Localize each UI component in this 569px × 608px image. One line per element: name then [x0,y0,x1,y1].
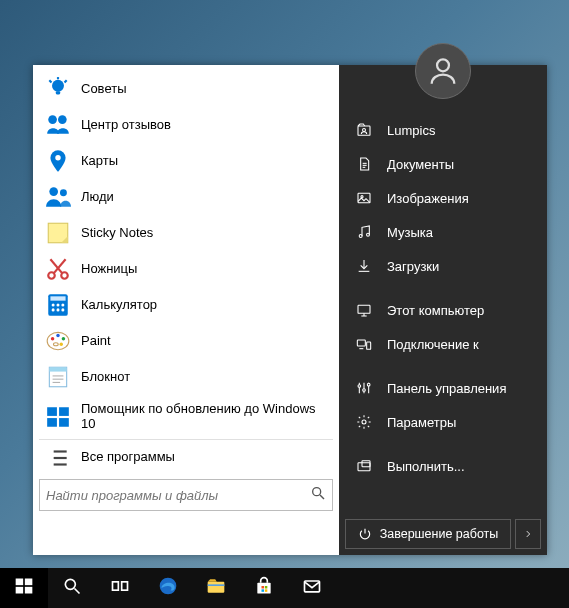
svg-rect-74 [16,579,24,586]
right-item-control-panel[interactable]: Панель управления [343,371,543,405]
right-label: Параметры [387,415,456,430]
svg-point-7 [55,155,60,160]
svg-point-5 [48,115,57,124]
search-input[interactable] [46,488,310,503]
svg-point-6 [58,115,67,124]
all-programs-row[interactable]: Все программы [39,439,333,475]
svg-rect-87 [265,586,268,589]
right-item-user-folder[interactable]: Lumpics [343,113,543,147]
app-snip[interactable]: Ножницы [39,251,333,287]
taskbar-store-button[interactable] [240,568,288,608]
right-item-settings[interactable]: Параметры [343,405,543,439]
power-icon [358,527,372,541]
right-item-documents[interactable]: Документы [343,147,543,181]
shutdown-options-button[interactable] [515,519,541,549]
svg-rect-35 [47,407,57,416]
svg-rect-73 [362,461,370,467]
taskbar-mail-button[interactable] [288,568,336,608]
app-feedback[interactable]: Центр отзывов [39,107,333,143]
search-icon [310,485,326,505]
svg-rect-37 [47,418,57,427]
right-label: Панель управления [387,381,506,396]
taskbar-start-button[interactable] [0,568,48,608]
start-right-panel: LumpicsДокументыИзображенияМузыкаЗагрузк… [339,65,547,555]
downloads-icon [353,258,375,274]
svg-rect-38 [59,418,69,427]
svg-rect-59 [358,305,370,313]
music-icon [353,224,375,240]
settings-icon [353,414,375,430]
maps-icon [45,148,71,174]
right-label: Lumpics [387,123,435,138]
gap [343,439,543,449]
user-avatar[interactable] [415,43,471,99]
svg-rect-48 [358,126,370,135]
snip-icon [45,256,71,282]
app-lightbulb[interactable]: Советы [39,71,333,107]
svg-point-27 [62,337,65,340]
lightbulb-icon [45,76,71,102]
taskbar-edge-button[interactable] [144,568,192,608]
svg-point-56 [367,233,370,236]
app-label: Люди [81,190,114,205]
svg-rect-62 [357,340,365,346]
app-label: Paint [81,334,111,349]
user-folder-icon [353,122,375,138]
search-icon [62,576,82,600]
app-notepad[interactable]: Блокнот [39,359,333,395]
app-calc[interactable]: Калькулятор [39,287,333,323]
control-panel-icon [353,380,375,396]
right-item-music[interactable]: Музыка [343,215,543,249]
right-item-computer[interactable]: Этот компьютер [343,293,543,327]
svg-point-28 [60,343,63,346]
app-label: Советы [81,82,126,97]
svg-point-26 [56,334,59,337]
svg-rect-63 [367,342,371,349]
svg-rect-83 [208,582,225,593]
right-item-run[interactable]: Выполнить... [343,449,543,483]
shutdown-button[interactable]: Завершение работы [345,519,511,549]
right-item-connect[interactable]: Подключение к [343,327,543,361]
app-maps[interactable]: Карты [39,143,333,179]
app-label: Калькулятор [81,298,157,313]
svg-point-23 [61,308,64,311]
taskbar-search-button[interactable] [48,568,96,608]
right-label: Этот компьютер [387,303,484,318]
svg-rect-75 [25,579,33,586]
feedback-icon [45,112,71,138]
right-item-downloads[interactable]: Загрузки [343,249,543,283]
search-box[interactable] [39,479,333,511]
app-people[interactable]: Люди [39,179,333,215]
svg-rect-77 [25,587,33,594]
app-label: Блокнот [81,370,130,385]
right-label: Изображения [387,191,469,206]
taskbar-task-view-button[interactable] [96,568,144,608]
right-label: Загрузки [387,259,439,274]
right-item-pictures[interactable]: Изображения [343,181,543,215]
app-sticky[interactable]: Sticky Notes [39,215,333,251]
paint-icon [45,328,71,354]
edge-icon [158,576,178,600]
shutdown-label: Завершение работы [380,527,499,541]
taskbar-explorer-button[interactable] [192,568,240,608]
taskbar [0,568,569,608]
svg-point-45 [313,488,321,496]
app-update[interactable]: Помощник по обновлению до Windows 10 [39,395,333,439]
app-paint[interactable]: Paint [39,323,333,359]
people-icon [45,184,71,210]
svg-point-18 [52,303,55,306]
right-label: Подключение к [387,337,479,352]
svg-point-49 [363,129,366,132]
svg-rect-80 [113,582,119,590]
svg-rect-89 [265,589,268,592]
svg-rect-88 [262,589,265,592]
svg-point-9 [60,189,67,196]
calc-icon [45,292,71,318]
chevron-right-icon [523,529,533,539]
win-icon [14,576,34,600]
notepad-icon [45,364,71,390]
svg-point-55 [359,235,362,238]
svg-rect-81 [122,582,128,590]
svg-point-19 [56,303,59,306]
app-label: Карты [81,154,118,169]
